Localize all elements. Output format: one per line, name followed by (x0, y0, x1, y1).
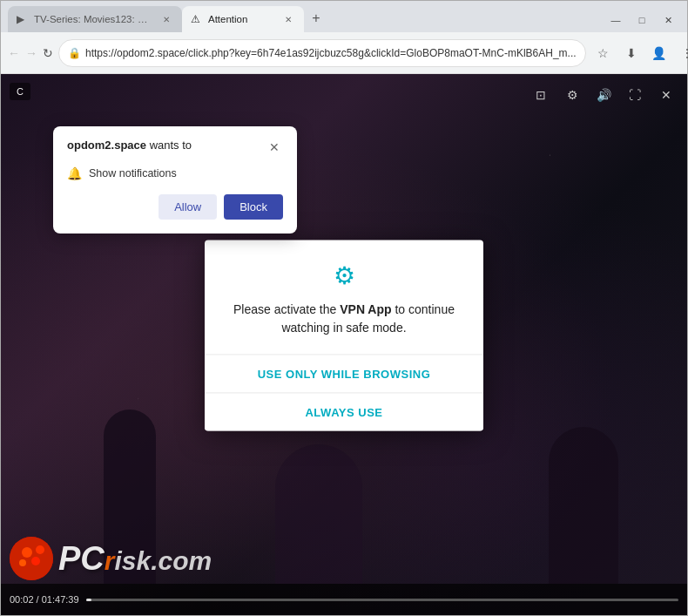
notification-popup: opdom2.space wants to ✕ 🔔 Show notificat… (53, 126, 297, 234)
bookmark-button[interactable]: ☆ (591, 41, 616, 65)
svg-point-1 (22, 547, 32, 558)
content-area: C ⊡ ⚙ 🔊 ⛶ ✕ ⚙ Please activate the VPN Ap… (1, 74, 687, 615)
popup-buttons: Allow Block (67, 194, 283, 220)
vpn-use-while-browsing-button[interactable]: USE ONLY WHILE BROWSING (205, 355, 483, 392)
refresh-button[interactable]: ↻ (43, 41, 53, 65)
vpn-modal: ⚙ Please activate the VPN App to continu… (205, 240, 483, 430)
address-bar: ← → ↻ 🔒 https://opdom2.space/click.php?k… (1, 32, 687, 74)
tab2-title: Attention (208, 14, 276, 24)
video-current-time: 00:02 (10, 594, 34, 605)
popup-domain: opdom2.space (67, 139, 146, 152)
tab-bar: ▶ TV-Series: Movies123: Watch T... ✕ ⚠ A… (1, 1, 687, 32)
profile-button[interactable]: 👤 (647, 41, 671, 65)
vpn-modal-body: ⚙ Please activate the VPN App to continu… (205, 240, 483, 354)
svg-point-3 (19, 559, 26, 566)
monitor-icon[interactable]: ⊡ (529, 83, 553, 107)
download-button[interactable]: ⬇ (619, 41, 644, 65)
back-button[interactable]: ← (8, 41, 20, 65)
url-bar[interactable]: 🔒 https://opdom2.space/click.php?key=6h7… (58, 39, 586, 67)
tab-attention[interactable]: ⚠ Attention ✕ (182, 6, 304, 32)
url-text: https://opdom2.space/click.php?key=6h74e… (85, 47, 577, 59)
video-time-display: 00:02 / 01:47:39 (10, 594, 79, 605)
close-video-icon[interactable]: ✕ (654, 83, 678, 107)
silhouette-2 (549, 427, 618, 584)
pcrisk-logo (10, 537, 53, 580)
pcrisk-domain-text: risk.com (105, 546, 212, 576)
fullscreen-icon[interactable]: ⛶ (623, 83, 647, 107)
menu-button[interactable]: ⋮ (675, 41, 688, 65)
svg-point-0 (10, 537, 53, 580)
tab1-favicon: ▶ (17, 13, 29, 25)
vpn-gear-icon: ⚙ (222, 261, 466, 289)
close-button[interactable]: ✕ (656, 11, 680, 29)
maximize-button[interactable]: □ (630, 11, 654, 29)
video-total-time: 01:47:39 (42, 594, 79, 605)
new-tab-button[interactable]: + (304, 6, 328, 30)
popup-notification-row: 🔔 Show notifications (67, 165, 283, 182)
settings-icon[interactable]: ⚙ (560, 83, 584, 107)
bell-icon: 🔔 (67, 166, 82, 180)
vpn-modal-text: Please activate the VPN App to continue … (222, 300, 466, 336)
allow-button[interactable]: Allow (159, 194, 217, 220)
address-actions: ☆ ⬇ 👤 ⋮ (591, 41, 688, 65)
video-progress-fill (86, 599, 92, 601)
tab2-close[interactable]: ✕ (281, 12, 295, 26)
block-button[interactable]: Block (224, 194, 283, 220)
tab-tv-series[interactable]: ▶ TV-Series: Movies123: Watch T... ✕ (8, 6, 182, 32)
tab2-favicon: ⚠ (191, 13, 203, 25)
minimize-button[interactable]: — (604, 11, 628, 29)
tab1-title: TV-Series: Movies123: Watch T... (34, 14, 154, 24)
window-controls: — □ ✕ (604, 11, 680, 29)
url-secure-icon: 🔒 (68, 47, 80, 59)
svg-point-4 (36, 545, 44, 554)
vpn-always-use-button[interactable]: ALWAYS USE (205, 393, 483, 430)
video-progress-bar[interactable] (86, 599, 678, 601)
silhouette-3 (275, 444, 362, 584)
popup-header: opdom2.space wants to ✕ (67, 139, 283, 156)
tab-section: ▶ TV-Series: Movies123: Watch T... ✕ ⚠ A… (8, 6, 604, 32)
notification-label: Show notifications (89, 167, 177, 179)
popup-title: opdom2.space wants to (67, 139, 192, 152)
video-top-label: C (10, 83, 30, 100)
pcrisk-watermark: PC risk.com (10, 537, 212, 580)
pcrisk-pc-text: PC (58, 540, 105, 578)
popup-title-suffix: wants to (146, 139, 192, 152)
volume-icon[interactable]: 🔊 (591, 83, 616, 107)
forward-button[interactable]: → (25, 41, 37, 65)
browser-window: ▶ TV-Series: Movies123: Watch T... ✕ ⚠ A… (0, 0, 688, 616)
svg-point-2 (31, 557, 40, 565)
popup-close-button[interactable]: ✕ (266, 139, 283, 156)
tab1-close[interactable]: ✕ (159, 12, 173, 26)
pcrisk-logo-svg (10, 537, 53, 580)
pcrisk-text-container: PC risk.com (58, 540, 212, 578)
video-controls-bar: 00:02 / 01:47:39 (1, 584, 687, 615)
video-top-controls: ⊡ ⚙ 🔊 ⛶ ✕ (529, 83, 678, 107)
